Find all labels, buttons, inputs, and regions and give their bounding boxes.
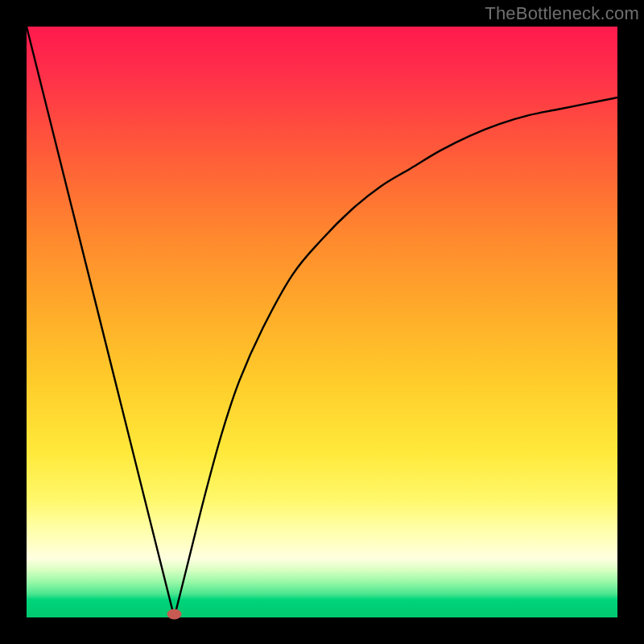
bottleneck-curve [27, 27, 617, 617]
chart-frame: TheBottleneck.com [0, 0, 644, 644]
optimal-point-marker [167, 609, 182, 620]
curve-layer [27, 27, 617, 617]
plot-area [27, 27, 617, 617]
watermark-text: TheBottleneck.com [485, 3, 639, 24]
